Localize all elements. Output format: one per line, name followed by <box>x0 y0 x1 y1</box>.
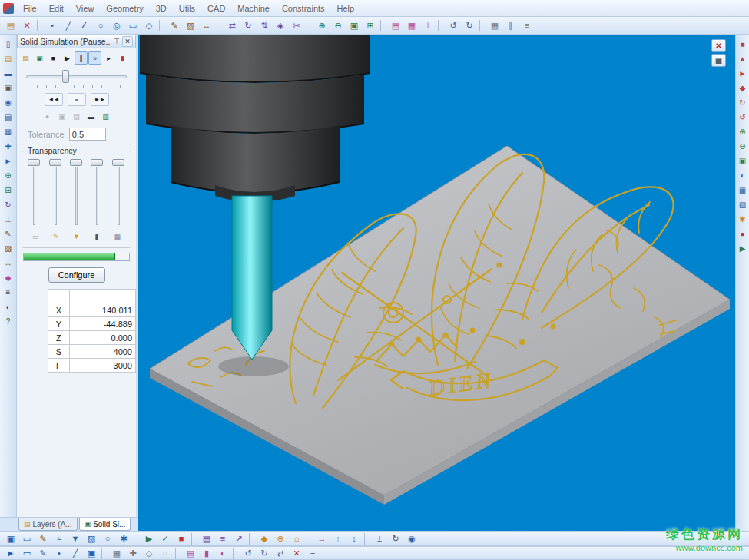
menu-geometry[interactable]: Geometry <box>100 2 149 15</box>
tab-solid-simulation[interactable]: ▣ Solid Si... <box>79 518 131 531</box>
zoom-fit-icon[interactable]: ▣ <box>346 18 362 32</box>
settings-icon[interactable]: ≡ <box>519 18 535 32</box>
options-icon[interactable]: ◐ <box>2 300 15 313</box>
viewport-view-button[interactable]: ▦ <box>711 54 726 67</box>
engrave-icon[interactable]: ✱ <box>116 532 131 545</box>
rotate-icon[interactable]: ↻ <box>240 18 256 32</box>
fast-forward-button[interactable]: » <box>88 51 101 65</box>
select-icon[interactable]: ► <box>2 154 15 167</box>
zoom-fit-icon[interactable]: ▣ <box>736 154 749 167</box>
sim-options-button[interactable]: ▮ <box>116 51 129 65</box>
forward-button[interactable]: ►► <box>91 93 109 106</box>
polyline-icon[interactable]: ∠ <box>77 18 92 32</box>
spindle-icon[interactable]: ▮ <box>91 230 104 243</box>
simulate-icon[interactable]: ▶ <box>141 532 157 545</box>
snapshot-button[interactable]: ▣ <box>55 110 68 123</box>
transparency-slider[interactable] <box>49 158 62 227</box>
trim-icon[interactable]: ✂ <box>289 18 304 32</box>
menu-machine[interactable]: Machine <box>231 2 276 15</box>
grid-icon[interactable]: ▦ <box>487 18 502 32</box>
pocket-icon[interactable]: ▨ <box>84 532 99 545</box>
ellipse-icon[interactable]: ◎ <box>109 18 124 32</box>
delete-icon[interactable]: ✕ <box>289 546 304 560</box>
point-icon[interactable]: • <box>45 18 60 32</box>
verify-icon[interactable]: ✓ <box>157 532 173 545</box>
redo-icon[interactable]: ↻ <box>257 546 272 560</box>
viewport-close-button[interactable]: ✕ <box>711 39 726 52</box>
speed-slider[interactable] <box>26 68 127 88</box>
tool-icon[interactable]: ✎ <box>35 532 51 545</box>
view-top-icon[interactable]: ▲ <box>736 51 749 65</box>
section-icon[interactable]: ▧ <box>736 197 749 211</box>
redo-icon[interactable]: ↻ <box>462 18 477 32</box>
jog-x-icon[interactable]: → <box>314 532 330 545</box>
pan-icon[interactable]: ⊞ <box>363 18 378 32</box>
menu-3d[interactable]: 3D <box>150 2 173 15</box>
rotate-view-icon[interactable]: ↻ <box>2 197 15 211</box>
slider-thumb[interactable] <box>70 159 82 166</box>
mirror-icon[interactable]: ⇅ <box>257 18 272 32</box>
dimension-icon[interactable]: ↔ <box>199 18 214 32</box>
delete-icon[interactable]: ✕ <box>19 18 35 32</box>
vertex-icon[interactable]: • <box>51 546 67 560</box>
sim-mode-button[interactable]: ▣ <box>33 51 46 65</box>
record-icon[interactable]: ● <box>736 227 749 240</box>
undo-icon[interactable]: ↺ <box>446 18 461 32</box>
menu-constraints[interactable]: Constraints <box>276 2 331 15</box>
machine-icon[interactable]: ◆ <box>257 532 272 545</box>
zoom-in-icon[interactable]: ⊕ <box>314 18 330 32</box>
grid-icon[interactable]: ▦ <box>2 124 15 138</box>
home-icon[interactable]: ⌂ <box>289 532 304 545</box>
rotate-ccw-icon[interactable]: ↺ <box>736 110 749 124</box>
machine-icon[interactable]: ▦ <box>111 230 124 243</box>
hide-icon[interactable]: ◐ <box>215 546 230 560</box>
layers-icon[interactable]: ▤ <box>2 110 15 124</box>
coolant-icon[interactable]: ◉ <box>404 532 419 545</box>
face-icon[interactable]: ▣ <box>84 546 99 560</box>
hold-button[interactable]: ≡ <box>68 93 86 106</box>
slider-thumb[interactable] <box>49 159 61 166</box>
zoom-in-icon[interactable]: ⊕ <box>736 124 749 138</box>
send-icon[interactable]: ↗ <box>231 532 247 545</box>
nc-code-icon[interactable]: ≡ <box>215 532 230 545</box>
jog-z-icon[interactable]: ↕ <box>346 532 362 545</box>
measure-icon[interactable]: ⊥ <box>2 212 15 226</box>
rewind-button[interactable]: ◄◄ <box>45 93 63 106</box>
speed-icon[interactable]: ↻ <box>388 532 403 545</box>
cam-icon[interactable]: ◆ <box>2 270 15 284</box>
feed-icon[interactable]: ± <box>372 532 387 545</box>
rectangle-icon[interactable]: ▭ <box>125 18 141 32</box>
box-select-icon[interactable]: ▭ <box>19 546 35 560</box>
polygon-icon[interactable]: ◇ <box>141 18 157 32</box>
zoom-out-icon[interactable]: ⊖ <box>330 18 346 32</box>
tool-icon[interactable]: ✎ <box>49 230 62 243</box>
ortho-icon[interactable]: ∥ <box>503 18 519 32</box>
select-icon[interactable]: ► <box>3 546 18 560</box>
pen-icon[interactable]: ✎ <box>35 546 51 560</box>
pin-icon[interactable]: ⊤ <box>111 36 122 47</box>
print-icon[interactable]: ▣ <box>2 81 15 94</box>
snap-end-icon[interactable]: ✚ <box>125 546 141 560</box>
circle-icon[interactable]: ○ <box>93 18 108 32</box>
text-icon[interactable]: ✎ <box>167 18 182 32</box>
scale-icon[interactable]: ◈ <box>273 18 288 32</box>
slider-thumb[interactable] <box>28 159 40 166</box>
view-front-icon[interactable]: ■ <box>736 37 749 51</box>
hatch-icon[interactable]: ▨ <box>183 18 198 32</box>
menu-cad[interactable]: CAD <box>201 2 231 15</box>
view-icon[interactable]: ◉ <box>2 95 15 109</box>
setup-icon[interactable]: ▣ <box>3 532 18 545</box>
step-button[interactable]: ▸ <box>102 51 115 65</box>
compare-button[interactable]: ▥ <box>99 110 112 123</box>
pan-icon[interactable]: ⊞ <box>2 183 15 197</box>
play-icon[interactable]: ▶ <box>736 241 749 255</box>
transparency-slider[interactable] <box>91 158 104 227</box>
open-icon[interactable]: ▤ <box>3 18 18 32</box>
menu-file[interactable]: File <box>17 2 43 15</box>
viewport[interactable]: DIEN ✕ ▦ <box>138 35 735 517</box>
snap-center-icon[interactable]: ○ <box>157 546 173 560</box>
stock-icon[interactable]: ▭ <box>19 532 35 545</box>
menu-help[interactable]: Help <box>331 2 361 15</box>
dimension-icon[interactable]: ↔ <box>2 256 15 270</box>
transparency-slider[interactable] <box>28 158 41 227</box>
